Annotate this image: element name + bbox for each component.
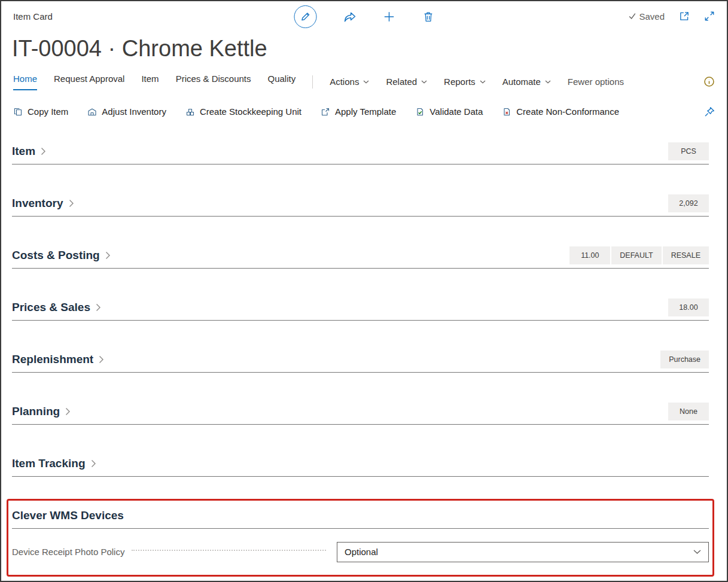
app-bar-right: Saved (628, 11, 715, 22)
section-item: Item PCS (12, 142, 709, 164)
badge-base-uom[interactable]: PCS (668, 142, 709, 160)
section-divider (12, 528, 709, 529)
tab-quality[interactable]: Quality (268, 74, 296, 90)
chevron-down-icon (545, 80, 551, 84)
apply-template-icon (321, 107, 330, 117)
fewer-options-button[interactable]: Fewer options (568, 77, 624, 87)
section-item-header[interactable]: Item (12, 145, 46, 158)
section-clever-wms-devices: Clever WMS Devices Device Receipt Photo … (12, 507, 709, 562)
device-receipt-photo-policy-select[interactable]: Optional (337, 542, 709, 562)
copy-icon (13, 107, 23, 117)
expand-button[interactable] (704, 11, 715, 22)
section-planning: Planning None (12, 403, 709, 425)
page-title: IT-00004 · Chrome Kettle (12, 36, 727, 62)
chevron-right-icon (96, 303, 101, 312)
section-prices-sales: Prices & Sales 18.00 (12, 298, 709, 321)
section-title: Costs & Posting (12, 249, 100, 262)
section-badges: 18.00 (668, 298, 709, 316)
tab-item[interactable]: Item (141, 74, 159, 90)
device-receipt-photo-policy-field: Device Receipt Photo Policy Optional (12, 542, 709, 562)
section-prices-sales-header[interactable]: Prices & Sales (12, 301, 101, 314)
trash-icon (422, 11, 434, 23)
menu-automate[interactable]: Automate (502, 77, 551, 87)
expand-icon (704, 11, 715, 22)
adjust-inventory-button[interactable]: Adjust Inventory (87, 106, 166, 117)
section-costs-posting-header[interactable]: Costs & Posting (12, 249, 111, 262)
chevron-right-icon (99, 355, 104, 364)
validate-data-button[interactable]: Validate Data (415, 106, 483, 117)
section-title: Item (12, 145, 35, 158)
pin-button[interactable] (704, 106, 715, 117)
menu-reports[interactable]: Reports (444, 77, 486, 87)
share-button[interactable] (343, 10, 356, 23)
chevron-down-icon (363, 80, 369, 84)
tab-request-approval[interactable]: Request Approval (54, 74, 124, 90)
badge-posting-group[interactable]: DEFAULT (611, 246, 661, 264)
section-badges: 11.00 DEFAULT RESALE (569, 246, 709, 264)
save-status: Saved (628, 11, 665, 22)
menu-related[interactable]: Related (386, 77, 427, 87)
open-in-new-window-button[interactable] (679, 11, 690, 22)
chevron-right-icon (69, 199, 74, 208)
non-conformance-icon (502, 107, 511, 117)
ribbon-separator (312, 75, 313, 89)
badge-reordering-policy[interactable]: None (668, 403, 709, 420)
section-title: Inventory (12, 197, 63, 210)
badge-unit-cost[interactable]: 11.00 (569, 246, 610, 264)
chevron-right-icon (91, 459, 96, 468)
ribbon: Home Request Approval Item Prices & Disc… (1, 72, 727, 92)
saved-check-icon (628, 12, 636, 20)
chevron-down-icon (693, 550, 701, 554)
plus-icon (382, 10, 395, 23)
page-caption: Item Card (13, 11, 53, 22)
tab-home[interactable]: Home (13, 74, 37, 90)
open-in-new-window-icon (679, 11, 690, 22)
copy-item-button[interactable]: Copy Item (13, 106, 68, 117)
chevron-down-icon (421, 80, 427, 84)
menu-actions-label: Actions (330, 77, 359, 87)
section-clever-wms-devices-header[interactable]: Clever WMS Devices (12, 509, 124, 522)
section-divider (12, 268, 709, 269)
tab-prices-discounts[interactable]: Prices & Discounts (176, 74, 251, 90)
menu-automate-label: Automate (502, 77, 541, 87)
menu-reports-label: Reports (444, 77, 476, 87)
delete-button[interactable] (422, 11, 434, 23)
badge-unit-price[interactable]: 18.00 (668, 298, 709, 316)
info-button[interactable] (703, 76, 715, 87)
badge-replenishment-system[interactable]: Purchase (660, 351, 709, 368)
edit-button[interactable] (294, 5, 316, 28)
saved-label: Saved (639, 11, 665, 22)
section-planning-header[interactable]: Planning (12, 405, 71, 418)
section-inventory-header[interactable]: Inventory (12, 197, 74, 210)
create-non-conformance-label: Create Non-Conformance (516, 106, 619, 117)
share-icon (343, 10, 356, 23)
section-costs-posting: Costs & Posting 11.00 DEFAULT RESALE (12, 246, 709, 269)
section-replenishment: Replenishment Purchase (12, 351, 709, 373)
section-title: Planning (12, 405, 60, 418)
section-badges: PCS (668, 142, 709, 160)
pin-icon (704, 106, 715, 117)
apply-template-button[interactable]: Apply Template (321, 106, 396, 117)
dotted-leader (132, 550, 326, 551)
chevron-down-icon (480, 80, 486, 84)
validate-data-label: Validate Data (430, 106, 483, 117)
section-item-tracking-header[interactable]: Item Tracking (12, 457, 96, 470)
create-stockkeeping-unit-button[interactable]: Create Stockkeeping Unit (185, 106, 301, 117)
section-inventory: Inventory 2,092 (12, 194, 709, 217)
chevron-right-icon (105, 251, 111, 260)
create-non-conformance-button[interactable]: Create Non-Conformance (502, 106, 619, 117)
section-divider (12, 372, 709, 373)
section-divider (12, 216, 709, 217)
section-title: Prices & Sales (12, 301, 90, 314)
section-replenishment-header[interactable]: Replenishment (12, 353, 104, 366)
stockkeeping-unit-icon (185, 107, 195, 117)
section-title: Clever WMS Devices (12, 509, 124, 522)
action-toolbar: Copy Item Adjust Inventory Create Stockk… (1, 99, 727, 124)
menu-actions[interactable]: Actions (330, 77, 369, 87)
new-button[interactable] (382, 10, 395, 23)
badge-inventory-posting-group[interactable]: RESALE (663, 246, 709, 264)
section-title: Item Tracking (12, 457, 86, 470)
badge-inventory-qty[interactable]: 2,092 (668, 194, 709, 212)
fasttab-list: Item PCS Inventory (1, 142, 727, 562)
pencil-icon (300, 11, 310, 22)
